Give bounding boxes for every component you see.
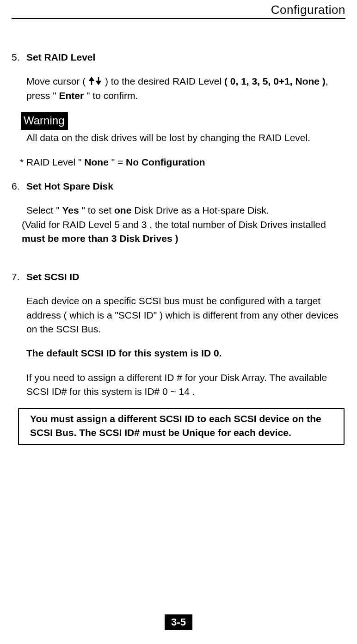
up-down-arrows-icon xyxy=(88,76,102,86)
s6-c: " to set xyxy=(79,205,114,215)
header-title: Configuration xyxy=(271,3,345,17)
s5-raid-levels: ( 0, 1, 3, 5, 0+1, None ) xyxy=(224,76,326,86)
warning-badge: Warning xyxy=(21,112,68,130)
scsi-note-text: You must assign a different SCSI ID to e… xyxy=(30,413,321,438)
step-7-p2: The default SCSI ID for this system is I… xyxy=(26,346,345,360)
step-7: 7. Set SCSI ID Each device on a specific… xyxy=(12,270,345,399)
none-c: " = xyxy=(109,157,126,167)
page-number: 3-5 xyxy=(165,614,192,630)
none-d: No Configuration xyxy=(126,157,205,167)
page-header: Configuration xyxy=(12,0,345,19)
warning-text: All data on the disk drives will be lost… xyxy=(23,131,345,145)
none-b: None xyxy=(84,157,109,167)
s6-yes: Yes xyxy=(62,205,79,215)
s5-text-a: Move cursor ( xyxy=(26,76,88,86)
step-6: 6. Set Hot Spare Disk Select " Yes " to … xyxy=(12,179,345,218)
step-6-p2: (Valid for RAID Level 5 and 3 , the tota… xyxy=(12,218,345,246)
step-6-number: 6. xyxy=(12,179,26,218)
raid-none-note: * RAID Level " None " = No Configuration xyxy=(9,155,345,169)
step-6-p1: Select " Yes " to set one Disk Drive as … xyxy=(26,203,345,217)
step-5: 5. Set RAID Level Move cursor ( ) to the… xyxy=(12,50,345,103)
step-5-body: Set RAID Level Move cursor ( ) to the de… xyxy=(26,50,345,103)
s6-p2a: (Valid for RAID Level 5 and 3 , the tota… xyxy=(22,219,326,230)
s6-one: one xyxy=(114,205,131,215)
warning-block: Warning All data on the disk drives will… xyxy=(12,112,345,145)
step-7-body: Set SCSI ID Each device on a specific SC… xyxy=(26,270,345,399)
none-a: * RAID Level " xyxy=(20,157,84,167)
s5-text-f: " to confirm. xyxy=(84,90,138,101)
s5-text-b: ) to the desired RAID Level xyxy=(102,76,224,86)
step-7-number: 7. xyxy=(12,270,26,399)
step-7-p3: If you need to assign a different ID # f… xyxy=(26,371,345,399)
s6-e: Disk Drive as a Hot-spare Disk. xyxy=(131,205,269,215)
step-6-body: Set Hot Spare Disk Select " Yes " to set… xyxy=(26,179,345,218)
step-6-title: Set Hot Spare Disk xyxy=(26,181,113,191)
s6-a: Select " xyxy=(26,205,62,215)
step-7-p1: Each device on a specific SCSI bus must … xyxy=(26,294,345,336)
step-7-title: Set SCSI ID xyxy=(26,271,79,282)
step-5-paragraph: Move cursor ( ) to the desired RAID Leve… xyxy=(26,74,345,103)
scsi-id-note-box: You must assign a different SCSI ID to e… xyxy=(18,408,345,445)
page-content: 5. Set RAID Level Move cursor ( ) to the… xyxy=(12,19,345,445)
s6-p2b: must be more than 3 Disk Drives ) xyxy=(22,233,178,244)
step-5-number: 5. xyxy=(12,50,26,103)
s5-enter: Enter xyxy=(59,90,84,101)
step-5-title: Set RAID Level xyxy=(26,52,95,62)
